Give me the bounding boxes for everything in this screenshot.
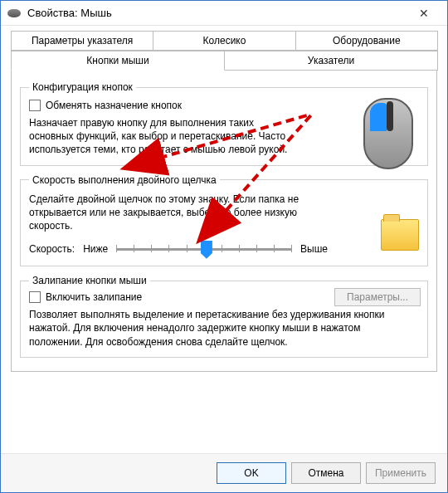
tab-buttons[interactable]: Кнопки мыши [11,51,225,71]
cancel-button[interactable]: Отмена [291,462,361,484]
clicklock-enable-label: Включить залипание [46,291,142,303]
speed-row: Скорость: Ниже Выше [29,241,328,257]
doubleclick-speed-slider[interactable] [116,241,292,257]
slider-thumb[interactable] [201,241,212,259]
group-doubleclick-legend: Скорость выполнения двойного щелчка [29,174,220,186]
speed-label: Скорость: [29,243,75,255]
mouse-preview-icon [361,98,416,173]
group-button-config: Конфигурация кнопок Обменять назначение … [20,81,428,166]
group-clicklock-legend: Залипание кнопки мыши [29,275,150,286]
tab-hardware[interactable]: Оборудование [295,31,438,51]
group-button-config-legend: Конфигурация кнопок [29,81,136,93]
swap-buttons-description: Назначает правую кнопку для выполнения т… [29,116,295,157]
tab-panel: Конфигурация кнопок Обменять назначение … [11,70,437,372]
apply-button: Применить [366,462,436,484]
clicklock-enable-checkbox[interactable] [29,291,41,303]
window-title: Свойства: Мышь [27,7,407,19]
mouse-properties-window: Свойства: Мышь ✕ Параметры указателя Кол… [0,0,448,493]
ok-button[interactable]: OK [217,462,286,484]
swap-buttons-checkbox[interactable] [29,100,41,111]
tab-pointers[interactable]: Указатели [224,51,438,71]
swap-buttons-label: Обменять назначение кнопок [46,100,182,111]
mouse-app-icon [7,9,21,17]
doubleclick-folder-icon[interactable] [381,219,419,251]
clicklock-description: Позволяет выполнять выделение и перетаск… [29,308,411,349]
tab-strip: Параметры указателя Колесико Оборудовани… [11,31,437,71]
tab-wheel[interactable]: Колесико [153,31,295,51]
titlebar: Свойства: Мышь ✕ [1,1,447,26]
group-clicklock: Залипание кнопки мыши Параметры... Включ… [20,275,428,358]
dialog-footer: OK Отмена Применить [1,453,447,492]
group-doubleclick: Скорость выполнения двойного щелчка Сдел… [20,174,428,267]
doubleclick-description: Сделайте двойной щелчок по этому значку.… [29,193,311,233]
tab-pointer-options[interactable]: Параметры указателя [11,31,153,51]
speed-higher-label: Выше [300,243,328,255]
speed-lower-label: Ниже [83,243,108,255]
close-button[interactable]: ✕ [407,2,441,25]
content-area: Параметры указателя Колесико Оборудовани… [1,26,447,453]
clicklock-params-button: Параметры... [334,288,421,306]
